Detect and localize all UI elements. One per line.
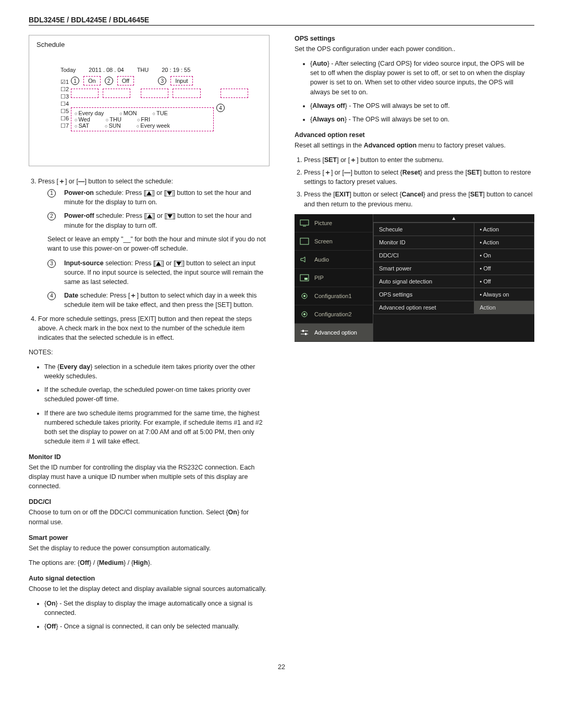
auto-text: Choose to let the display detect and dis… bbox=[29, 584, 268, 594]
off-field: Off bbox=[117, 76, 134, 85]
smart-text-2: The options are: {Off} / {Medium} / {Hig… bbox=[29, 558, 268, 567]
auto-signal-options: {On} - Set the display to display the im… bbox=[29, 599, 268, 631]
svg-rect-17 bbox=[304, 278, 308, 280]
gear-icon bbox=[300, 311, 309, 318]
row-ops-settings: OPS settingsAlways on bbox=[374, 288, 534, 301]
section-adv-reset: Advanced option reset bbox=[295, 131, 534, 139]
auto-off-option: {Off} - Once a signal is connected, it c… bbox=[44, 622, 268, 631]
step-3-subitems: 1 Power-on schedule: Press [] or [] butt… bbox=[47, 188, 268, 230]
schedule-on-off-input-row: 1 On 2 Off 3 Input bbox=[71, 76, 248, 85]
today-dow: THU bbox=[137, 67, 149, 73]
on-min-slot bbox=[103, 89, 130, 98]
note-2: If the schedule overlap, the scheduled p… bbox=[44, 385, 268, 404]
step-3: Press [＋] or [—] button to select the sc… bbox=[38, 177, 268, 310]
svg-rect-25 bbox=[305, 333, 307, 335]
svg-point-19 bbox=[303, 295, 305, 297]
adv-reset-step-1: Press [SET] or [＋] button to enter the s… bbox=[304, 155, 534, 165]
notes-label: NOTES: bbox=[29, 348, 268, 357]
adv-reset-step-3: Press the [EXIT] button or select {Cance… bbox=[304, 190, 534, 208]
on-hour-slot bbox=[71, 89, 99, 98]
day-everyday: Every day bbox=[75, 110, 104, 116]
day-tue: TUE bbox=[152, 110, 167, 116]
advanced-option-osd: Picture Screen Audio PIP Configuration1 … bbox=[295, 214, 534, 342]
row-smart-power: Smart powerOff bbox=[374, 262, 534, 275]
row-monitor-id: Monitor IDAction bbox=[374, 236, 534, 249]
svg-point-21 bbox=[303, 313, 305, 315]
schedule-osd: Schedule Today 2011 . 08 . 04 THU 20 : 1… bbox=[29, 35, 270, 166]
row-adv-reset: Advanced option resetAction bbox=[374, 301, 534, 314]
day-wed: Wed bbox=[75, 116, 90, 122]
day-mon: MON bbox=[119, 110, 137, 116]
up-icon bbox=[155, 261, 162, 267]
page: BDL3245E / BDL4245E / BDL4645E Schedule … bbox=[0, 0, 563, 692]
section-ops: OPS settings bbox=[295, 35, 534, 42]
section-monitor-id: Monitor ID bbox=[29, 453, 268, 461]
section-ddcci: DDC/CI bbox=[29, 498, 268, 505]
ops-options: {Auto} - After selecting {Card OPS} for … bbox=[295, 59, 534, 124]
adv-reset-step-2: Press [＋] or [—] button to select {Reset… bbox=[304, 168, 534, 187]
callout-2: 2 bbox=[105, 77, 113, 85]
schedule-osd-body: Today 2011 . 08 . 04 THU 20 : 19 : 55 ☑1… bbox=[60, 67, 248, 131]
on-field: On bbox=[83, 76, 101, 85]
sub-input-source: 3 Input-source selection: Press [] or []… bbox=[47, 258, 268, 287]
svg-marker-11 bbox=[176, 262, 181, 266]
notes-list: The {Every day} selection in a schedule … bbox=[29, 362, 268, 446]
auto-on-option: {On} - Set the display to display the im… bbox=[44, 599, 268, 618]
step-4: For more schedule settings, press [EXIT]… bbox=[38, 314, 268, 342]
ddcci-text: Choose to turn on or off the DDC/CI comm… bbox=[29, 508, 268, 526]
ops-always-off: {Always off} - The OPS will always be se… bbox=[310, 101, 534, 110]
nav-audio[interactable]: Audio bbox=[295, 251, 373, 269]
section-auto-signal: Auto signal detection bbox=[29, 575, 268, 582]
schedule-osd-title: Schedule bbox=[29, 35, 269, 51]
note-3: If there are two schedule items programm… bbox=[44, 409, 268, 447]
svg-marker-5 bbox=[147, 214, 152, 218]
osd-nav-panel: Picture Screen Audio PIP Configuration1 … bbox=[295, 214, 373, 342]
callout-1: 1 bbox=[71, 77, 79, 85]
ops-text: Set the OPS configuration under each pow… bbox=[295, 44, 534, 54]
nav-screen[interactable]: Screen bbox=[295, 232, 373, 251]
osd-values-table: ScheculeAction Monitor IDAction DDC/CIOn… bbox=[373, 223, 534, 314]
osd-values-panel: ▲ ScheculeAction Monitor IDAction DDC/CI… bbox=[373, 214, 534, 342]
down-icon bbox=[175, 261, 182, 267]
schedule-time-slots bbox=[71, 89, 248, 98]
ops-always-on: {Always on} - The OPS will always be set… bbox=[310, 115, 534, 124]
schedule-steps: Press [＋] or [—] button to select the sc… bbox=[29, 177, 268, 342]
today-date: 2011 . 08 . 04 bbox=[89, 67, 124, 73]
day-fri: FRI bbox=[137, 116, 150, 122]
smart-text-1: Set the display to reduce the power cons… bbox=[29, 544, 268, 553]
svg-marker-7 bbox=[167, 214, 173, 218]
note-1: The {Every day} selection in a schedule … bbox=[44, 362, 268, 381]
ops-auto: {Auto} - After selecting {Card OPS} for … bbox=[310, 59, 534, 97]
svg-marker-1 bbox=[146, 191, 152, 195]
schedule-osd-header-row: Today 2011 . 08 . 04 THU 20 : 19 : 55 bbox=[60, 67, 248, 73]
svg-rect-24 bbox=[302, 330, 304, 332]
sliders-icon bbox=[300, 329, 309, 336]
sub-power-off: 2 Power-off schedule: Press [] or [] but… bbox=[47, 211, 268, 230]
up-icon bbox=[146, 213, 153, 219]
nav-picture[interactable]: Picture bbox=[295, 214, 373, 232]
down-icon bbox=[166, 190, 173, 196]
gear-icon bbox=[300, 292, 309, 300]
left-column: Schedule Today 2011 . 08 . 04 THU 20 : 1… bbox=[29, 35, 268, 637]
off-min-slot bbox=[173, 89, 200, 98]
nav-config2[interactable]: Configuration2 bbox=[295, 305, 373, 324]
svg-marker-9 bbox=[156, 262, 161, 266]
schedule-row-numbers: ☑1 ☐2 ☐3 ☐4 ☐5 ☐6 ☐7 bbox=[60, 78, 69, 129]
nav-advanced-option[interactable]: Advanced option bbox=[295, 324, 373, 342]
adv-reset-text: Reset all settings in the Advanced optio… bbox=[295, 141, 534, 150]
adv-reset-steps: Press [SET] or [＋] button to enter the s… bbox=[295, 155, 534, 209]
svg-marker-15 bbox=[301, 257, 305, 262]
right-column: OPS settings Set the OPS configuration u… bbox=[295, 35, 534, 637]
input-field: Input bbox=[170, 76, 192, 85]
nav-config1[interactable]: Configuration1 bbox=[295, 287, 373, 305]
screen-icon bbox=[300, 238, 309, 245]
today-label: Today bbox=[60, 67, 76, 73]
page-number: 22 bbox=[29, 663, 534, 671]
up-arrow-icon: ▲ bbox=[373, 214, 534, 223]
up-icon bbox=[145, 190, 153, 196]
svg-rect-12 bbox=[300, 220, 309, 225]
nav-pip[interactable]: PIP bbox=[295, 269, 373, 287]
monitor-id-text: Set the ID number for controlling the di… bbox=[29, 463, 268, 491]
day-sun: SUN bbox=[105, 122, 121, 129]
row-schedule: ScheculeAction bbox=[374, 223, 534, 236]
